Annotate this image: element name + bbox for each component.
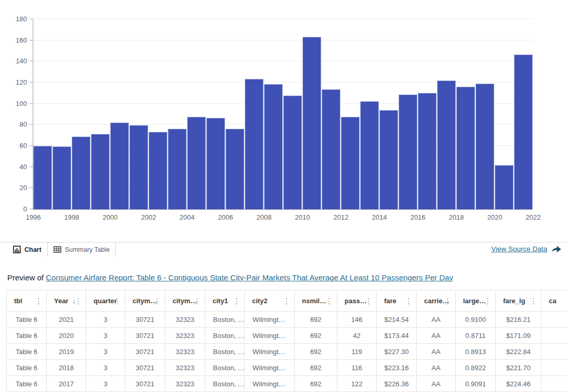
forward-arrow-icon bbox=[551, 245, 562, 253]
column-menu-kebab-icon[interactable]: ⋮ bbox=[74, 297, 82, 305]
cell: $224.46 bbox=[496, 376, 542, 392]
cell: 2017 bbox=[47, 376, 86, 392]
column-menu-kebab-icon[interactable]: ⋮ bbox=[35, 297, 43, 305]
x-axis-label-2010: 2010 bbox=[295, 213, 310, 221]
bar-2003[interactable] bbox=[168, 129, 187, 209]
cell: $216.21 bbox=[496, 312, 542, 328]
bar-2012[interactable] bbox=[341, 117, 360, 209]
bar-2010[interactable] bbox=[302, 37, 321, 209]
column-header-tbl[interactable]: tbl⋮ bbox=[7, 290, 47, 312]
bar-2001[interactable] bbox=[129, 125, 148, 209]
bar-2019[interactable] bbox=[476, 84, 494, 209]
dataset-title-link[interactable]: Consumer Airfare Report: Table 6 - Conti… bbox=[46, 273, 453, 282]
view-source-data-link[interactable]: View Source Data bbox=[491, 245, 562, 253]
bar-2000[interactable] bbox=[110, 123, 129, 209]
bar-2009[interactable] bbox=[283, 96, 302, 209]
cell: 42 bbox=[337, 328, 377, 344]
cell: 30721 bbox=[125, 328, 165, 344]
y-axis-label-140: 140 bbox=[1, 58, 27, 65]
bar-2020[interactable] bbox=[495, 165, 513, 209]
column-menu-kebab-icon[interactable]: ⋮ bbox=[405, 297, 413, 305]
bar-2015[interactable] bbox=[399, 94, 417, 209]
y-axis-label-180: 180 bbox=[1, 16, 27, 23]
bar-2017[interactable] bbox=[437, 80, 456, 209]
cell: 692 bbox=[295, 376, 337, 392]
bar-2021[interactable] bbox=[514, 55, 533, 209]
x-axis-label-1996: 1996 bbox=[26, 213, 41, 221]
bar-2007[interactable] bbox=[245, 79, 263, 209]
column-header-citym[interactable]: citym…⋮ bbox=[165, 290, 205, 312]
column-menu-kebab-icon[interactable]: ⋮ bbox=[444, 297, 452, 305]
column-header-large[interactable]: large…⋮ bbox=[456, 290, 496, 312]
y-tick-100 bbox=[30, 103, 33, 104]
bar-2016[interactable] bbox=[418, 93, 437, 209]
preview-prefix: Preview of bbox=[7, 273, 44, 282]
bar-1997[interactable] bbox=[52, 146, 71, 209]
bar-2011[interactable] bbox=[322, 89, 340, 209]
bar-2002[interactable] bbox=[149, 132, 167, 209]
y-axis-label-40: 40 bbox=[1, 164, 27, 171]
bar-1999[interactable] bbox=[91, 134, 110, 209]
data-table-container: tbl⋮Year↓⋮quarter⋮citym…⋮citym…⋮city1⋮ci… bbox=[6, 290, 567, 392]
cell: 30721 bbox=[125, 312, 165, 328]
bar-2014[interactable] bbox=[379, 110, 398, 209]
column-menu-kebab-icon[interactable]: ⋮ bbox=[484, 297, 492, 305]
column-label: ca bbox=[549, 297, 556, 305]
y-axis-label-80: 80 bbox=[1, 121, 27, 128]
cell: 0.8711 bbox=[456, 328, 496, 344]
column-header-citym[interactable]: citym…⋮ bbox=[125, 290, 165, 312]
bar-2018[interactable] bbox=[456, 87, 475, 209]
bar-2005[interactable] bbox=[206, 118, 225, 209]
column-header-fare[interactable]: fare⋮ bbox=[377, 290, 417, 312]
cell: Wilmingt… bbox=[245, 344, 295, 360]
bar-2013[interactable] bbox=[360, 101, 379, 209]
cell: 2020 bbox=[47, 328, 86, 344]
cell: 116 bbox=[337, 360, 377, 376]
column-header-quarter[interactable]: quarter⋮ bbox=[86, 290, 125, 312]
cell: $173.44 bbox=[377, 328, 417, 344]
cell: Wilmingt… bbox=[245, 312, 295, 328]
bar-2008[interactable] bbox=[264, 84, 283, 209]
cell: 692 bbox=[295, 344, 337, 360]
column-menu-kebab-icon[interactable]: ⋮ bbox=[283, 297, 291, 305]
column-header-carrie[interactable]: carrie…⋮ bbox=[417, 290, 456, 312]
cell: 692 bbox=[295, 360, 337, 376]
bar-2006[interactable] bbox=[226, 129, 244, 209]
column-menu-kebab-icon[interactable]: ⋮ bbox=[153, 297, 161, 305]
y-axis-label-60: 60 bbox=[1, 142, 27, 150]
column-header-fare_lg[interactable]: fare_lg⋮ bbox=[496, 290, 542, 312]
bar-1998[interactable] bbox=[72, 137, 90, 209]
column-menu-kebab-icon[interactable]: ⋮ bbox=[233, 297, 241, 305]
column-menu-kebab-icon[interactable]: ⋮ bbox=[325, 297, 333, 305]
y-axis-label-0: 0 bbox=[1, 206, 27, 213]
cell: 2021 bbox=[47, 312, 86, 328]
cell: 32323 bbox=[165, 376, 205, 392]
column-label: Year bbox=[54, 297, 68, 305]
bar-1996[interactable] bbox=[33, 146, 52, 209]
tab-summary-table[interactable]: Summary Table bbox=[48, 242, 116, 256]
cell: 30721 bbox=[125, 344, 165, 360]
bar-2004[interactable] bbox=[187, 117, 206, 209]
column-header-year[interactable]: Year↓⋮ bbox=[47, 290, 86, 312]
cell: Boston, … bbox=[205, 312, 245, 328]
tab-chart[interactable]: Chart bbox=[7, 242, 48, 256]
cell: Boston, … bbox=[205, 376, 245, 392]
column-header-ca[interactable]: ca bbox=[542, 290, 567, 312]
x-axis-label-2002: 2002 bbox=[141, 213, 156, 221]
column-header-city2[interactable]: city2⋮ bbox=[245, 290, 295, 312]
cell: AA bbox=[417, 328, 456, 344]
column-menu-kebab-icon[interactable]: ⋮ bbox=[530, 297, 537, 305]
cell: 30721 bbox=[125, 376, 165, 392]
column-menu-kebab-icon[interactable]: ⋮ bbox=[113, 297, 121, 305]
column-menu-kebab-icon[interactable]: ⋮ bbox=[193, 297, 201, 305]
x-axis-label-2004: 2004 bbox=[180, 213, 195, 221]
column-header-city1[interactable]: city1⋮ bbox=[205, 290, 245, 312]
cell: Wilmingt… bbox=[245, 376, 295, 392]
column-label: pass… bbox=[345, 297, 367, 305]
y-tick-60 bbox=[30, 145, 33, 146]
column-header-nsmil[interactable]: nsmil…⋮ bbox=[295, 290, 337, 312]
cell: Table 6 bbox=[7, 312, 47, 328]
x-axis-label-2006: 2006 bbox=[218, 213, 233, 221]
column-menu-kebab-icon[interactable]: ⋮ bbox=[365, 297, 373, 305]
column-header-pass[interactable]: pass…⋮ bbox=[337, 290, 377, 312]
